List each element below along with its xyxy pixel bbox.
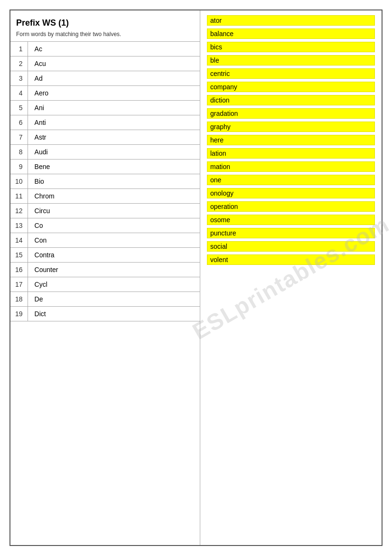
table-row: 2Acu <box>10 56 200 71</box>
list-item: bics <box>207 42 375 52</box>
table-row: 11Chrom <box>10 189 200 204</box>
list-item: volent <box>207 254 375 265</box>
list-item: gradation <box>207 108 375 119</box>
list-item: lation <box>207 148 375 159</box>
worksheet-container: Prefix WS (1) Form words by matching the… <box>9 9 383 546</box>
table-row: 18De <box>10 292 200 307</box>
table-row: 6Anti <box>10 115 200 130</box>
prefix-number: 2 <box>10 56 28 71</box>
prefix-word: Co <box>28 218 200 233</box>
table-row: 9Bene <box>10 160 200 174</box>
prefix-table: 1Ac2Acu3Ad4Aero5Ani6Anti7Astr8Audi9Bene1… <box>10 41 200 321</box>
table-row: 4Aero <box>10 86 200 101</box>
prefix-number: 8 <box>10 145 28 160</box>
prefix-number: 15 <box>10 248 28 263</box>
list-item: centric <box>207 68 375 79</box>
prefix-number: 6 <box>10 115 28 130</box>
list-item: mation <box>207 161 375 172</box>
prefix-word: Ac <box>28 42 200 56</box>
prefix-number: 9 <box>10 160 28 174</box>
table-row: 1Ac <box>10 42 200 56</box>
prefix-word: Bene <box>28 160 200 174</box>
prefix-word: Anti <box>28 115 200 130</box>
prefix-number: 12 <box>10 204 28 218</box>
table-row: 14Con <box>10 233 200 248</box>
worksheet-subtitle: Form words by matching their two halves. <box>10 30 200 41</box>
list-item: graphy <box>207 122 375 132</box>
prefix-number: 17 <box>10 277 28 292</box>
list-item: social <box>207 241 375 252</box>
table-row: 15Contra <box>10 248 200 263</box>
prefix-word: Dict <box>28 307 200 321</box>
prefix-number: 16 <box>10 263 28 277</box>
prefix-word: Acu <box>28 56 200 71</box>
list-item: balance <box>207 28 375 39</box>
table-row: 8Audi <box>10 145 200 160</box>
prefix-word: Con <box>28 233 200 248</box>
prefix-word: Counter <box>28 263 200 277</box>
prefix-number: 7 <box>10 130 28 145</box>
prefix-number: 10 <box>10 174 28 189</box>
list-item: operation <box>207 201 375 212</box>
prefix-word: Cycl <box>28 277 200 292</box>
prefix-number: 4 <box>10 86 28 101</box>
prefix-number: 1 <box>10 42 28 56</box>
prefix-word: De <box>28 292 200 307</box>
left-panel: Prefix WS (1) Form words by matching the… <box>10 10 200 545</box>
prefix-word: Astr <box>28 130 200 145</box>
prefix-word: Contra <box>28 248 200 263</box>
list-item: one <box>207 175 375 185</box>
table-row: 3Ad <box>10 71 200 86</box>
prefix-number: 5 <box>10 101 28 115</box>
prefix-number: 11 <box>10 189 28 204</box>
list-item: ator <box>207 15 375 26</box>
prefix-word: Bio <box>28 174 200 189</box>
prefix-number: 18 <box>10 292 28 307</box>
prefix-word: Aero <box>28 86 200 101</box>
suffix-list: atorbalancebicsblecentriccompanydictiong… <box>207 15 375 265</box>
prefix-word: Ad <box>28 71 200 86</box>
list-item: diction <box>207 95 375 105</box>
prefix-word: Chrom <box>28 189 200 204</box>
table-row: 5Ani <box>10 101 200 115</box>
table-row: 16Counter <box>10 263 200 277</box>
list-item: osome <box>207 215 375 225</box>
list-item: company <box>207 82 375 92</box>
table-row: 7Astr <box>10 130 200 145</box>
prefix-number: 13 <box>10 218 28 233</box>
list-item: ble <box>207 55 375 66</box>
right-panel: ESLprintables.com atorbalancebicsblecent… <box>200 10 382 545</box>
table-row: 17Cycl <box>10 277 200 292</box>
list-item: here <box>207 135 375 145</box>
worksheet-title: Prefix WS (1) <box>10 15 200 30</box>
table-row: 19Dict <box>10 307 200 321</box>
table-row: 10Bio <box>10 174 200 189</box>
prefix-number: 3 <box>10 71 28 86</box>
prefix-number: 19 <box>10 307 28 321</box>
table-row: 13Co <box>10 218 200 233</box>
prefix-word: Circu <box>28 204 200 218</box>
list-item: puncture <box>207 228 375 238</box>
prefix-word: Ani <box>28 101 200 115</box>
table-row: 12Circu <box>10 204 200 218</box>
prefix-number: 14 <box>10 233 28 248</box>
list-item: onology <box>207 188 375 198</box>
prefix-word: Audi <box>28 145 200 160</box>
